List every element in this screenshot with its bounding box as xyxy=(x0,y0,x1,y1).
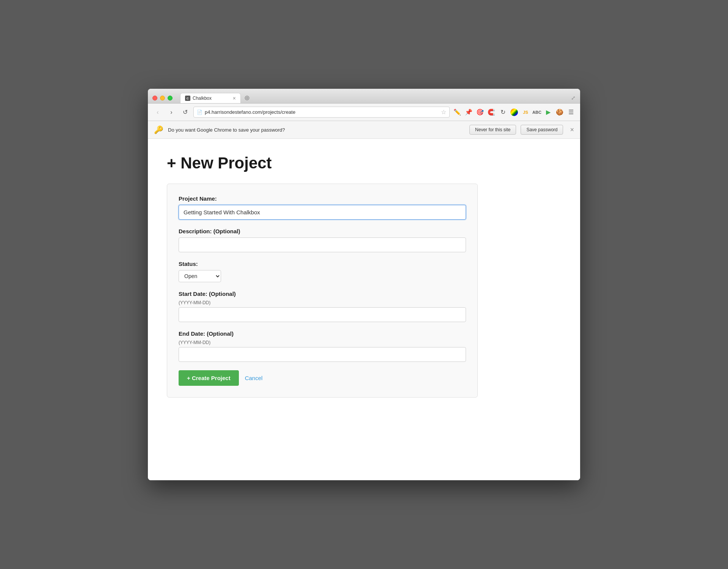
spellcheck-icon[interactable]: ABC xyxy=(532,108,541,117)
maximize-button[interactable] xyxy=(168,96,173,101)
start-date-group: Start Date: (Optional) (YYYY-MM-DD) xyxy=(179,291,466,322)
traffic-lights xyxy=(152,96,173,101)
description-input[interactable] xyxy=(179,237,466,252)
menu-icon[interactable]: ☰ xyxy=(566,108,576,117)
create-project-button[interactable]: + Create Project xyxy=(179,370,239,386)
sync-icon[interactable]: ↻ xyxy=(498,108,507,117)
tab-favicon: C xyxy=(185,96,190,101)
status-label: Status: xyxy=(179,261,466,267)
cancel-button[interactable]: Cancel xyxy=(245,375,263,381)
new-tab-button[interactable]: ⊕ xyxy=(241,93,253,103)
address-bar[interactable] xyxy=(205,109,439,115)
refresh-button[interactable]: ↺ xyxy=(180,107,190,118)
start-date-hint: (YYYY-MM-DD) xyxy=(179,300,466,305)
status-group: Status: Open Closed Pending xyxy=(179,261,466,282)
cookie-icon[interactable]: 🍪 xyxy=(555,108,564,117)
active-tab[interactable]: C Chalkbox × xyxy=(180,93,241,103)
end-date-input[interactable] xyxy=(179,347,466,362)
bookmark-star-icon[interactable]: ☆ xyxy=(441,108,446,116)
minimize-button[interactable] xyxy=(160,96,165,101)
tab-close-button[interactable]: × xyxy=(233,96,236,101)
project-name-group: Project Name: xyxy=(179,195,466,220)
close-button[interactable] xyxy=(152,96,157,101)
password-key-icon: 🔑 xyxy=(154,125,163,134)
page-title: + New Project xyxy=(167,154,561,172)
address-bar-wrapper: 📄 ☆ xyxy=(193,107,450,118)
project-name-input[interactable] xyxy=(179,205,466,220)
target-icon[interactable]: 🎯 xyxy=(475,108,485,117)
new-tab-icon: ⊕ xyxy=(244,94,250,102)
new-project-form: Project Name: Description: (Optional) St… xyxy=(167,184,478,398)
password-bar-close-button[interactable]: × xyxy=(570,126,574,134)
expand-icon[interactable]: ⤢ xyxy=(571,95,576,101)
magnet-icon[interactable]: 🧲 xyxy=(487,108,496,117)
toolbar-icons: ✏️ 📌 🎯 🧲 ↻ JS ABC ▶ 🍪 ☰ xyxy=(453,108,576,117)
password-bar: 🔑 Do you want Google Chrome to save your… xyxy=(148,121,580,139)
js-icon[interactable]: JS xyxy=(521,108,530,117)
status-select[interactable]: Open Closed Pending xyxy=(179,270,221,282)
start-date-input[interactable] xyxy=(179,307,466,322)
end-date-hint: (YYYY-MM-DD) xyxy=(179,340,466,345)
nav-bar: ‹ › ↺ 📄 ☆ ✏️ 📌 🎯 🧲 ↻ JS ABC ▶ 🍪 ☰ xyxy=(148,104,580,121)
title-bar: C Chalkbox × ⊕ ⤢ xyxy=(148,89,580,104)
start-date-label: Start Date: (Optional) xyxy=(179,291,466,297)
tab-title: Chalkbox xyxy=(193,96,212,101)
tab-bar: C Chalkbox × ⊕ xyxy=(180,93,568,103)
end-date-group: End Date: (Optional) (YYYY-MM-DD) xyxy=(179,330,466,362)
tab-favicon-letter: C xyxy=(187,97,189,100)
save-password-button[interactable]: Save password xyxy=(521,125,563,135)
password-bar-text: Do you want Google Chrome to save your p… xyxy=(168,127,465,133)
back-button[interactable]: ‹ xyxy=(152,107,163,118)
project-name-label: Project Name: xyxy=(179,195,466,202)
never-for-site-button[interactable]: Never for this site xyxy=(469,125,516,135)
forward-button[interactable]: › xyxy=(166,107,177,118)
form-actions: + Create Project Cancel xyxy=(179,370,466,386)
pin-icon[interactable]: 📌 xyxy=(464,108,473,117)
page-content: + New Project Project Name: Description:… xyxy=(148,139,580,480)
rainbow-icon[interactable] xyxy=(510,108,519,117)
description-label: Description: (Optional) xyxy=(179,228,466,234)
play-icon[interactable]: ▶ xyxy=(544,108,553,117)
browser-window: C Chalkbox × ⊕ ⤢ ‹ › ↺ 📄 ☆ ✏️ 📌 🎯 🧲 ↻ xyxy=(148,89,580,480)
pencil-icon[interactable]: ✏️ xyxy=(453,108,462,117)
page-icon: 📄 xyxy=(197,110,202,115)
end-date-label: End Date: (Optional) xyxy=(179,330,466,337)
description-group: Description: (Optional) xyxy=(179,228,466,252)
